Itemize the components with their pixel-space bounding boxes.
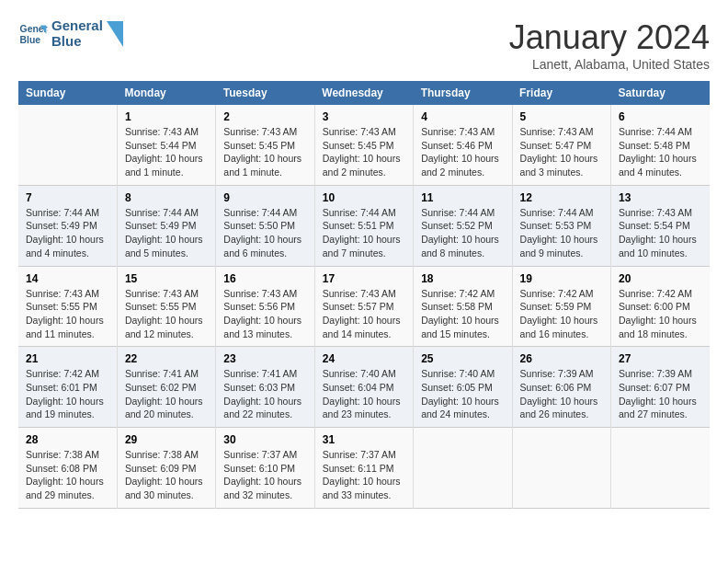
calendar-week-row: 14Sunrise: 7:43 AM Sunset: 5:55 PM Dayli… <box>18 266 710 347</box>
calendar-cell: 23Sunrise: 7:41 AM Sunset: 6:03 PM Dayli… <box>216 347 314 428</box>
calendar-cell: 8Sunrise: 7:44 AM Sunset: 5:49 PM Daylig… <box>117 185 215 266</box>
calendar-cell: 3Sunrise: 7:43 AM Sunset: 5:45 PM Daylig… <box>314 105 413 185</box>
calendar-cell: 7Sunrise: 7:44 AM Sunset: 5:49 PM Daylig… <box>18 185 117 266</box>
sub-title: Lanett, Alabama, United States <box>509 57 710 72</box>
day-info: Sunrise: 7:44 AM Sunset: 5:49 PM Dayligh… <box>26 206 109 260</box>
day-number: 27 <box>619 352 702 365</box>
day-info: Sunrise: 7:44 AM Sunset: 5:53 PM Dayligh… <box>520 206 603 260</box>
day-info: Sunrise: 7:42 AM Sunset: 6:01 PM Dayligh… <box>26 367 109 421</box>
calendar-cell: 1Sunrise: 7:43 AM Sunset: 5:44 PM Daylig… <box>117 105 215 185</box>
weekday-header: Thursday <box>414 81 512 105</box>
day-info: Sunrise: 7:42 AM Sunset: 5:58 PM Dayligh… <box>421 287 504 341</box>
day-info: Sunrise: 7:43 AM Sunset: 5:55 PM Dayligh… <box>125 287 208 341</box>
calendar-cell: 4Sunrise: 7:43 AM Sunset: 5:46 PM Daylig… <box>414 105 512 185</box>
day-number: 28 <box>26 433 109 446</box>
title-area: January 2024 Lanett, Alabama, United Sta… <box>509 18 710 72</box>
calendar-week-row: 21Sunrise: 7:42 AM Sunset: 6:01 PM Dayli… <box>18 347 710 428</box>
day-number: 31 <box>323 433 405 446</box>
day-info: Sunrise: 7:43 AM Sunset: 5:46 PM Dayligh… <box>421 125 504 179</box>
calendar-header-row: SundayMondayTuesdayWednesdayThursdayFrid… <box>18 81 710 105</box>
day-info: Sunrise: 7:44 AM Sunset: 5:49 PM Dayligh… <box>125 206 208 260</box>
calendar-week-row: 1Sunrise: 7:43 AM Sunset: 5:44 PM Daylig… <box>18 105 710 185</box>
day-number: 2 <box>223 110 306 123</box>
day-info: Sunrise: 7:43 AM Sunset: 5:54 PM Dayligh… <box>619 206 702 260</box>
day-info: Sunrise: 7:40 AM Sunset: 6:04 PM Dayligh… <box>323 367 405 421</box>
logo-icon: General Blue <box>18 19 48 49</box>
day-info: Sunrise: 7:43 AM Sunset: 5:45 PM Dayligh… <box>223 125 306 179</box>
calendar-cell <box>414 428 512 509</box>
day-info: Sunrise: 7:42 AM Sunset: 5:59 PM Dayligh… <box>520 287 603 341</box>
day-number: 7 <box>26 191 109 204</box>
calendar-cell: 24Sunrise: 7:40 AM Sunset: 6:04 PM Dayli… <box>314 347 413 428</box>
day-number: 11 <box>421 191 504 204</box>
day-number: 16 <box>223 272 306 285</box>
calendar-cell: 27Sunrise: 7:39 AM Sunset: 6:07 PM Dayli… <box>611 347 710 428</box>
day-number: 13 <box>619 191 702 204</box>
weekday-header: Sunday <box>18 81 117 105</box>
weekday-header: Monday <box>117 81 215 105</box>
logo-arrow-icon <box>107 21 123 47</box>
day-number: 30 <box>223 433 306 446</box>
day-info: Sunrise: 7:42 AM Sunset: 6:00 PM Dayligh… <box>619 287 702 341</box>
calendar-cell: 30Sunrise: 7:37 AM Sunset: 6:10 PM Dayli… <box>216 428 314 509</box>
calendar-cell: 14Sunrise: 7:43 AM Sunset: 5:55 PM Dayli… <box>18 266 117 347</box>
day-number: 23 <box>223 352 306 365</box>
day-info: Sunrise: 7:37 AM Sunset: 6:10 PM Dayligh… <box>223 448 306 502</box>
day-number: 14 <box>26 272 109 285</box>
calendar-cell: 18Sunrise: 7:42 AM Sunset: 5:58 PM Dayli… <box>414 266 512 347</box>
calendar-cell: 22Sunrise: 7:41 AM Sunset: 6:02 PM Dayli… <box>117 347 215 428</box>
weekday-header: Tuesday <box>216 81 314 105</box>
day-info: Sunrise: 7:43 AM Sunset: 5:56 PM Dayligh… <box>223 287 306 341</box>
calendar-cell: 6Sunrise: 7:44 AM Sunset: 5:48 PM Daylig… <box>611 105 710 185</box>
svg-marker-3 <box>107 21 123 47</box>
day-info: Sunrise: 7:37 AM Sunset: 6:11 PM Dayligh… <box>323 448 405 502</box>
logo: General Blue General Blue <box>18 18 123 49</box>
calendar-cell: 10Sunrise: 7:44 AM Sunset: 5:51 PM Dayli… <box>314 185 413 266</box>
calendar-cell: 21Sunrise: 7:42 AM Sunset: 6:01 PM Dayli… <box>18 347 117 428</box>
calendar-table: SundayMondayTuesdayWednesdayThursdayFrid… <box>18 81 710 509</box>
day-info: Sunrise: 7:44 AM Sunset: 5:50 PM Dayligh… <box>223 206 306 260</box>
day-number: 15 <box>125 272 208 285</box>
day-number: 29 <box>125 433 208 446</box>
weekday-header: Friday <box>512 81 610 105</box>
day-info: Sunrise: 7:43 AM Sunset: 5:47 PM Dayligh… <box>520 125 603 179</box>
page-header: General Blue General Blue January 2024 L… <box>18 18 710 72</box>
calendar-cell <box>18 105 117 185</box>
day-number: 5 <box>520 110 603 123</box>
day-number: 9 <box>223 191 306 204</box>
weekday-header: Wednesday <box>314 81 413 105</box>
day-info: Sunrise: 7:40 AM Sunset: 6:05 PM Dayligh… <box>421 367 504 421</box>
day-info: Sunrise: 7:38 AM Sunset: 6:09 PM Dayligh… <box>125 448 208 502</box>
day-info: Sunrise: 7:43 AM Sunset: 5:57 PM Dayligh… <box>323 287 405 341</box>
calendar-cell: 13Sunrise: 7:43 AM Sunset: 5:54 PM Dayli… <box>611 185 710 266</box>
calendar-cell: 9Sunrise: 7:44 AM Sunset: 5:50 PM Daylig… <box>216 185 314 266</box>
calendar-cell: 15Sunrise: 7:43 AM Sunset: 5:55 PM Dayli… <box>117 266 215 347</box>
day-number: 24 <box>323 352 405 365</box>
main-title: January 2024 <box>509 18 710 57</box>
calendar-cell: 20Sunrise: 7:42 AM Sunset: 6:00 PM Dayli… <box>611 266 710 347</box>
weekday-header: Saturday <box>611 81 710 105</box>
calendar-cell <box>512 428 610 509</box>
day-number: 19 <box>520 272 603 285</box>
day-info: Sunrise: 7:39 AM Sunset: 6:06 PM Dayligh… <box>520 367 603 421</box>
calendar-cell: 31Sunrise: 7:37 AM Sunset: 6:11 PM Dayli… <box>314 428 413 509</box>
day-number: 12 <box>520 191 603 204</box>
calendar-week-row: 28Sunrise: 7:38 AM Sunset: 6:08 PM Dayli… <box>18 428 710 509</box>
day-info: Sunrise: 7:41 AM Sunset: 6:03 PM Dayligh… <box>223 367 306 421</box>
day-number: 20 <box>619 272 702 285</box>
day-info: Sunrise: 7:44 AM Sunset: 5:52 PM Dayligh… <box>421 206 504 260</box>
day-info: Sunrise: 7:43 AM Sunset: 5:45 PM Dayligh… <box>323 125 405 179</box>
day-info: Sunrise: 7:44 AM Sunset: 5:51 PM Dayligh… <box>323 206 405 260</box>
svg-text:Blue: Blue <box>20 34 41 44</box>
day-info: Sunrise: 7:43 AM Sunset: 5:44 PM Dayligh… <box>125 125 208 179</box>
day-info: Sunrise: 7:44 AM Sunset: 5:48 PM Dayligh… <box>619 125 702 179</box>
day-info: Sunrise: 7:41 AM Sunset: 6:02 PM Dayligh… <box>125 367 208 421</box>
day-number: 4 <box>421 110 504 123</box>
day-info: Sunrise: 7:43 AM Sunset: 5:55 PM Dayligh… <box>26 287 109 341</box>
day-number: 8 <box>125 191 208 204</box>
calendar-cell: 5Sunrise: 7:43 AM Sunset: 5:47 PM Daylig… <box>512 105 610 185</box>
day-number: 3 <box>323 110 405 123</box>
day-info: Sunrise: 7:38 AM Sunset: 6:08 PM Dayligh… <box>26 448 109 502</box>
day-number: 21 <box>26 352 109 365</box>
day-number: 10 <box>323 191 405 204</box>
